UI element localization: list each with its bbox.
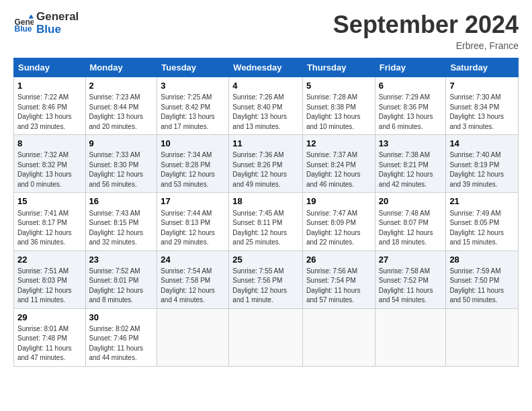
header: General Blue General Blue September 2024… [13,11,519,51]
logo: General Blue General Blue [13,11,79,36]
day-number: 11 [232,138,299,150]
calendar-table: SundayMondayTuesdayWednesdayThursdayFrid… [13,58,519,367]
day-number: 3 [161,80,225,92]
calendar-cell: 27Sunrise: 7:58 AM Sunset: 7:52 PM Dayli… [375,250,446,308]
day-info: Sunrise: 7:51 AM Sunset: 8:03 PM Dayligh… [17,267,82,306]
weekday-header: SundayMondayTuesdayWednesdayThursdayFrid… [14,58,519,77]
calendar-cell: 6Sunrise: 7:29 AM Sunset: 8:36 PM Daylig… [375,77,446,135]
day-number: 27 [379,254,443,266]
location: Erbree, France [333,40,519,51]
calendar-cell: 10Sunrise: 7:34 AM Sunset: 8:28 PM Dayli… [157,135,229,193]
logo-general: General [36,11,79,24]
day-info: Sunrise: 7:59 AM Sunset: 7:50 PM Dayligh… [449,267,515,306]
day-info: Sunrise: 7:52 AM Sunset: 8:01 PM Dayligh… [89,267,154,306]
calendar-cell: 11Sunrise: 7:36 AM Sunset: 8:26 PM Dayli… [229,135,303,193]
day-info: Sunrise: 7:43 AM Sunset: 8:15 PM Dayligh… [89,209,154,248]
day-number: 15 [17,195,82,208]
day-info: Sunrise: 7:56 AM Sunset: 7:54 PM Dayligh… [306,267,371,306]
calendar-cell: 18Sunrise: 7:45 AM Sunset: 8:11 PM Dayli… [229,193,303,250]
calendar-cell: 29Sunrise: 8:01 AM Sunset: 7:48 PM Dayli… [14,308,86,366]
calendar-cell: 3Sunrise: 7:25 AM Sunset: 8:42 PM Daylig… [157,77,229,135]
day-number: 6 [379,80,443,92]
calendar-cell: 13Sunrise: 7:38 AM Sunset: 8:21 PM Dayli… [375,135,446,193]
day-info: Sunrise: 7:32 AM Sunset: 8:32 PM Dayligh… [17,150,82,189]
weekday-thursday: Thursday [302,58,375,77]
day-number: 14 [449,138,515,150]
day-info: Sunrise: 7:22 AM Sunset: 8:46 PM Dayligh… [17,93,82,132]
day-info: Sunrise: 7:36 AM Sunset: 8:26 PM Dayligh… [232,150,299,189]
week-row-4: 22Sunrise: 7:51 AM Sunset: 8:03 PM Dayli… [14,250,519,308]
day-info: Sunrise: 7:37 AM Sunset: 8:24 PM Dayligh… [306,150,371,189]
day-info: Sunrise: 7:25 AM Sunset: 8:42 PM Dayligh… [161,93,225,132]
logo-icon: General Blue [13,13,34,34]
calendar-cell: 14Sunrise: 7:40 AM Sunset: 8:19 PM Dayli… [446,135,519,193]
day-info: Sunrise: 7:23 AM Sunset: 8:44 PM Dayligh… [89,93,154,132]
calendar-cell: 20Sunrise: 7:48 AM Sunset: 8:07 PM Dayli… [375,193,446,250]
weekday-tuesday: Tuesday [157,58,229,77]
calendar-cell [229,308,303,366]
day-number: 25 [232,254,299,266]
calendar-cell: 12Sunrise: 7:37 AM Sunset: 8:24 PM Dayli… [302,135,375,193]
calendar-cell: 22Sunrise: 7:51 AM Sunset: 8:03 PM Dayli… [14,250,86,308]
calendar-cell: 2Sunrise: 7:23 AM Sunset: 8:44 PM Daylig… [85,77,157,135]
calendar-cell: 24Sunrise: 7:54 AM Sunset: 7:58 PM Dayli… [157,250,229,308]
day-info: Sunrise: 7:30 AM Sunset: 8:34 PM Dayligh… [449,93,515,132]
calendar-cell: 7Sunrise: 7:30 AM Sunset: 8:34 PM Daylig… [446,77,519,135]
day-info: Sunrise: 7:34 AM Sunset: 8:28 PM Dayligh… [161,150,225,189]
day-info: Sunrise: 7:58 AM Sunset: 7:52 PM Dayligh… [379,267,443,306]
day-number: 2 [89,80,154,92]
day-number: 1 [17,80,82,92]
calendar-cell: 5Sunrise: 7:28 AM Sunset: 8:38 PM Daylig… [302,77,375,135]
day-number: 19 [306,195,371,208]
day-number: 7 [449,80,515,92]
weekday-friday: Friday [375,58,446,77]
day-info: Sunrise: 7:47 AM Sunset: 8:09 PM Dayligh… [306,209,371,248]
page: General Blue General Blue September 2024… [0,0,532,411]
calendar-cell: 19Sunrise: 7:47 AM Sunset: 8:09 PM Dayli… [302,193,375,250]
day-number: 22 [17,254,82,266]
day-info: Sunrise: 7:38 AM Sunset: 8:21 PM Dayligh… [379,150,443,189]
weekday-sunday: Sunday [14,58,86,77]
calendar-cell: 30Sunrise: 8:02 AM Sunset: 7:46 PM Dayli… [85,308,157,366]
day-info: Sunrise: 7:29 AM Sunset: 8:36 PM Dayligh… [379,93,443,132]
day-info: Sunrise: 7:40 AM Sunset: 8:19 PM Dayligh… [449,150,515,189]
calendar-cell: 23Sunrise: 7:52 AM Sunset: 8:01 PM Dayli… [85,250,157,308]
day-info: Sunrise: 7:28 AM Sunset: 8:38 PM Dayligh… [306,93,371,132]
day-info: Sunrise: 7:54 AM Sunset: 7:58 PM Dayligh… [161,267,225,306]
day-number: 10 [161,138,225,150]
week-row-3: 15Sunrise: 7:41 AM Sunset: 8:17 PM Dayli… [14,193,519,250]
calendar-cell: 9Sunrise: 7:33 AM Sunset: 8:30 PM Daylig… [85,135,157,193]
day-number: 17 [161,195,225,208]
day-number: 12 [306,138,371,150]
day-info: Sunrise: 7:26 AM Sunset: 8:40 PM Dayligh… [232,93,299,132]
calendar-cell: 15Sunrise: 7:41 AM Sunset: 8:17 PM Dayli… [14,193,86,250]
week-row-5: 29Sunrise: 8:01 AM Sunset: 7:48 PM Dayli… [14,308,519,366]
day-number: 8 [17,138,82,150]
week-row-2: 8Sunrise: 7:32 AM Sunset: 8:32 PM Daylig… [14,135,519,193]
day-number: 20 [379,195,443,208]
day-info: Sunrise: 7:48 AM Sunset: 8:07 PM Dayligh… [379,209,443,248]
day-info: Sunrise: 8:02 AM Sunset: 7:46 PM Dayligh… [89,324,154,363]
calendar-cell [446,308,519,366]
logo-blue: Blue [36,24,79,36]
calendar-cell: 17Sunrise: 7:44 AM Sunset: 8:13 PM Dayli… [157,193,229,250]
day-info: Sunrise: 7:45 AM Sunset: 8:11 PM Dayligh… [232,209,299,248]
calendar-cell: 1Sunrise: 7:22 AM Sunset: 8:46 PM Daylig… [14,77,86,135]
day-info: Sunrise: 7:44 AM Sunset: 8:13 PM Dayligh… [161,209,225,248]
weekday-monday: Monday [85,58,157,77]
day-number: 24 [161,254,225,266]
day-number: 4 [232,80,299,92]
svg-text:Blue: Blue [15,24,32,34]
calendar-cell: 26Sunrise: 7:56 AM Sunset: 7:54 PM Dayli… [302,250,375,308]
day-number: 5 [306,80,371,92]
day-number: 23 [89,254,154,266]
week-row-1: 1Sunrise: 7:22 AM Sunset: 8:46 PM Daylig… [14,77,519,135]
calendar-cell: 28Sunrise: 7:59 AM Sunset: 7:50 PM Dayli… [446,250,519,308]
day-number: 18 [232,195,299,208]
day-info: Sunrise: 7:33 AM Sunset: 8:30 PM Dayligh… [89,150,154,189]
weekday-wednesday: Wednesday [229,58,303,77]
day-number: 13 [379,138,443,150]
calendar-cell: 16Sunrise: 7:43 AM Sunset: 8:15 PM Dayli… [85,193,157,250]
day-info: Sunrise: 7:41 AM Sunset: 8:17 PM Dayligh… [17,209,82,248]
weekday-saturday: Saturday [446,58,519,77]
